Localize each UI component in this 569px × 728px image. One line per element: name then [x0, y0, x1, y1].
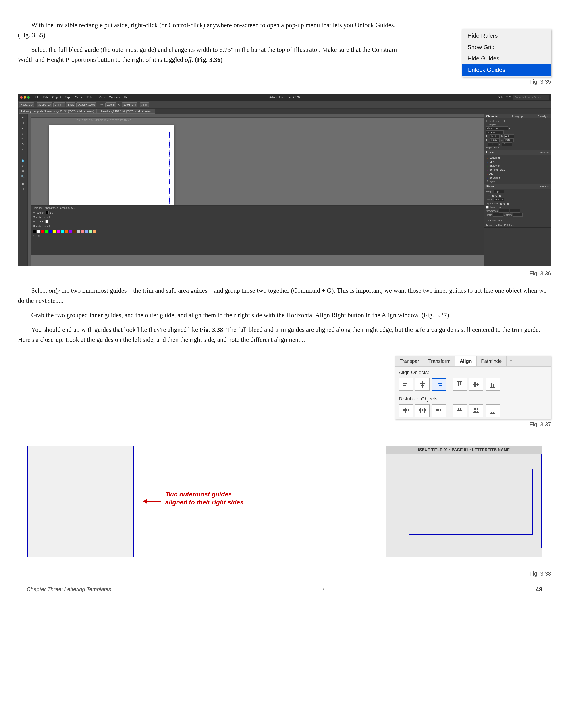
distribute-right-btn[interactable] — [432, 404, 446, 417]
stroke-panel-header[interactable]: Stroke Brushes — [484, 184, 551, 189]
close-button[interactable] — [20, 96, 23, 99]
tab-pathfinder[interactable]: Pathfinde — [477, 356, 507, 366]
transform-tab-gradient[interactable]: Gradient — [492, 219, 502, 222]
tool-opacity[interactable]: Opacity: 100% — [76, 102, 96, 107]
distribute-center-v-btn[interactable] — [469, 404, 483, 417]
layer-visibility-bounding[interactable]: ○ — [548, 177, 549, 179]
tool-eyedrop[interactable]: 💧 — [19, 158, 26, 163]
width-input[interactable]: 6.75 in — [105, 102, 116, 107]
minimize-button[interactable] — [24, 96, 26, 99]
search-adobe-stock[interactable] — [513, 95, 549, 100]
menu-item-hide-guides[interactable]: Hide Guides — [462, 53, 551, 64]
dashed-line-checkbox[interactable] — [486, 206, 489, 209]
swatch-black[interactable] — [33, 230, 36, 233]
graphic-styles-tab[interactable]: Graphic Sty... — [60, 207, 75, 209]
swatch-light-blue[interactable] — [85, 230, 88, 233]
glyphs-label[interactable]: Glyphs — [489, 123, 496, 126]
pathfinder-tab-align[interactable]: Align — [498, 224, 503, 226]
font-family-input[interactable] — [486, 126, 508, 130]
tool-pen[interactable]: ✒ — [19, 126, 26, 131]
tool-stroke[interactable]: Stroke: 1pt — [37, 102, 52, 107]
align-top-btn[interactable] — [453, 378, 467, 391]
leading-input[interactable] — [490, 138, 500, 142]
swatch-gray[interactable] — [77, 230, 80, 233]
stroke-weight-input[interactable] — [494, 190, 504, 193]
layer-visibility-lettering[interactable]: ○ — [548, 157, 549, 159]
libraries-tab[interactable]: Libraries — [33, 207, 42, 209]
tool-fill[interactable]: ■ — [19, 181, 26, 187]
tool-brush[interactable]: ✏ — [19, 136, 26, 142]
kerning-input[interactable] — [504, 134, 514, 138]
arrowhead-start[interactable] — [499, 209, 509, 213]
layer-sfx[interactable]: ● SFX ○ — [486, 160, 550, 164]
tab-transpar[interactable]: Transpar — [395, 356, 424, 366]
vertical-scale-input[interactable] — [488, 142, 498, 146]
tab-transform[interactable]: Transform — [424, 356, 455, 366]
align-left-btn[interactable] — [399, 378, 413, 391]
swatch-green[interactable] — [45, 230, 48, 233]
swatch-purple[interactable] — [69, 230, 72, 233]
layers-panel-header[interactable]: Layers Artboards — [484, 150, 551, 155]
pathfinder-tab-pathfinder[interactable]: Pathfinder — [504, 224, 515, 226]
menu-help[interactable]: Help — [122, 95, 132, 100]
swatch-cyan[interactable] — [61, 230, 64, 233]
tool-zoom[interactable]: 🔍 — [19, 174, 26, 179]
swatch-blue[interactable] — [49, 230, 52, 233]
align-center-btn[interactable]: ⊙ — [503, 202, 506, 205]
menu-effect[interactable]: Effect — [85, 95, 97, 100]
swatch-orange[interactable] — [65, 230, 68, 233]
style-chevron-icon[interactable]: ▾ — [505, 131, 506, 133]
swatch-red[interactable] — [41, 230, 44, 233]
tab-bleed[interactable]: _bleed.ai @ 164.41% (CMYK/GPU Preview) — [97, 109, 155, 114]
layer-bounding[interactable]: ● Bounding ○ — [486, 176, 550, 180]
tool-gradient[interactable]: ▦ — [19, 168, 26, 174]
horizontal-scale-input[interactable] — [502, 142, 512, 146]
chevron-down-icon[interactable]: ▾ — [509, 127, 510, 129]
tool-rotate[interactable]: ↻ — [19, 142, 26, 147]
tool-type[interactable]: T — [19, 131, 26, 136]
font-style-input[interactable] — [486, 130, 504, 134]
align-center-v-btn[interactable] — [469, 378, 483, 391]
swatch-light-green[interactable] — [89, 230, 92, 233]
tool-shape[interactable]: ▭ — [19, 152, 26, 158]
character-panel-header[interactable]: Character Paragraph OpenType — [484, 114, 551, 118]
distribute-left-btn[interactable] — [399, 404, 413, 417]
type-tool-icon[interactable]: T — [486, 119, 488, 123]
menu-item-hide-rulers[interactable]: Hide Rulers — [462, 30, 551, 41]
layer-balloons[interactable]: ● Balloons ○ — [486, 164, 550, 168]
tool-blend[interactable]: ◈ — [19, 163, 26, 168]
layer-visibility-art[interactable]: ○ — [548, 173, 549, 175]
swatch-pink[interactable] — [81, 230, 84, 233]
align-right-btn[interactable] — [432, 378, 446, 391]
tool-basic[interactable]: Basic — [66, 102, 75, 107]
align-bottom-btn[interactable] — [486, 378, 500, 391]
swatch-white[interactable] — [37, 230, 40, 233]
tool-rectangle[interactable]: Rectangle — [19, 102, 34, 107]
artboards-tab[interactable]: Artboards — [538, 151, 549, 154]
distribute-bottom-btn[interactable] — [486, 404, 500, 417]
tool-select[interactable]: ▶ — [19, 115, 26, 120]
swatch-menu-btn[interactable]: ≡ — [33, 235, 34, 237]
menu-file[interactable]: File — [33, 95, 42, 100]
distribute-top-btn[interactable] — [453, 404, 467, 417]
fill-color-swatch[interactable] — [45, 220, 48, 223]
tool-scale[interactable]: ⤡ — [19, 147, 26, 152]
paragraph-tab[interactable]: Paragraph — [512, 115, 524, 118]
tool-direct-select[interactable]: ◻ — [19, 120, 26, 126]
align-inside-btn[interactable]: ⊟ — [499, 202, 502, 205]
layer-beneath[interactable]: ● Beneath Ba... ○ — [486, 168, 550, 172]
brushes-tab[interactable]: Brushes — [540, 185, 549, 188]
swatch-peach[interactable] — [93, 230, 96, 233]
menu-object[interactable]: Object — [50, 95, 63, 100]
swatch-magenta[interactable] — [57, 230, 60, 233]
x-input[interactable]: 10.9375 in — [122, 102, 137, 107]
menu-item-show-grid[interactable]: Show Grid — [462, 41, 551, 53]
layer-lettering[interactable]: ● Lettering ○ — [486, 156, 550, 160]
menu-window[interactable]: Window — [107, 95, 122, 100]
align-outside-btn[interactable]: ⊞ — [507, 202, 509, 205]
align-center-h-btn[interactable] — [415, 378, 430, 391]
swatch-brown[interactable] — [73, 230, 76, 233]
cap-butt-btn[interactable]: ⊟ — [491, 194, 494, 197]
arrowhead-end[interactable] — [510, 209, 520, 213]
transform-tab-color[interactable]: Color — [486, 219, 492, 222]
